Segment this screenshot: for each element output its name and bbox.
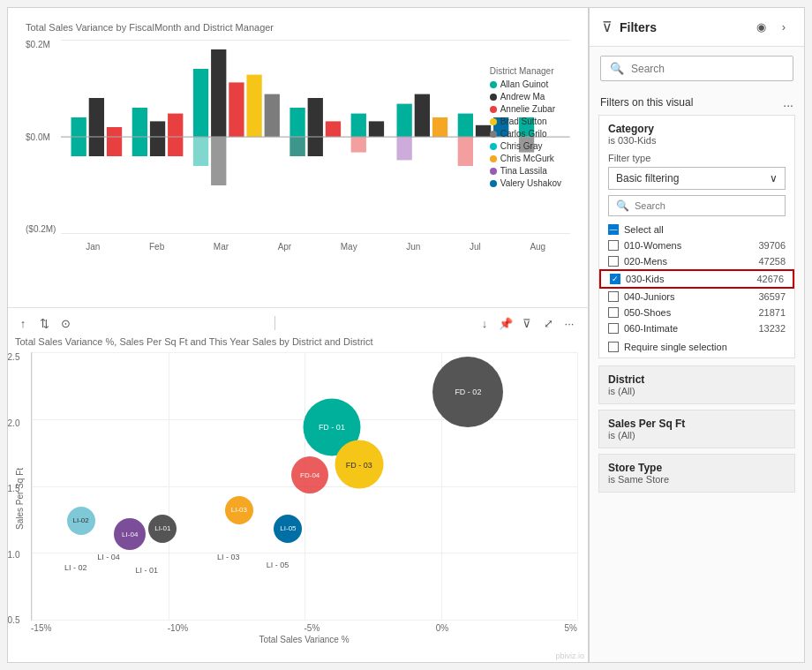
checkbox-040-juniors[interactable] <box>608 291 619 302</box>
checkbox-060-intimate[interactable] <box>608 323 619 334</box>
filter-search-box[interactable]: 🔍 <box>608 195 786 216</box>
top-chart-title: Total Sales Variance by FiscalMonth and … <box>26 22 570 33</box>
checkbox-030-kids[interactable] <box>610 274 620 284</box>
svg-rect-21 <box>415 94 430 137</box>
svg-rect-1 <box>89 98 104 156</box>
filter-type-dropdown[interactable]: Basic filtering ∨ <box>608 167 786 190</box>
bubble-label-li03: LI - 03 <box>217 553 240 561</box>
up-arrow-icon[interactable]: ↑ <box>15 315 31 331</box>
sales-per-sqft-filter-card[interactable]: Sales Per Sq Ft is (All) <box>598 410 795 448</box>
svg-rect-7 <box>212 49 227 137</box>
bubble-li02[interactable]: LI-02 <box>67 507 95 535</box>
store-type-filter-card[interactable]: Store Type is Same Store <box>598 454 795 493</box>
top-bar-chart: Total Sales Variance by FiscalMonth and … <box>8 8 588 308</box>
svg-rect-20 <box>397 104 412 137</box>
x-axis-labels: JanFebMarApr MayJunJulAug <box>61 242 570 252</box>
bubble-li04[interactable]: LI-04 <box>114 518 146 550</box>
bottom-chart-toolbar: ↑ ⇅ ⊙ ↓ 📌 ⊽ ⤢ ··· <box>15 315 577 331</box>
require-single-row: Require single selection <box>599 336 794 358</box>
bottom-chart-title: Total Sales Variance %, Sales Per Sq Ft … <box>15 336 577 347</box>
filter-search-input[interactable] <box>635 200 778 211</box>
y-ticks: $2.5$2.0$1.5$1.0$0.5 <box>8 352 19 625</box>
svg-rect-9 <box>247 75 262 137</box>
svg-rect-11 <box>193 137 208 166</box>
bubble-label-li01: LI - 01 <box>135 566 158 575</box>
pin-icon[interactable]: 📌 <box>498 315 514 331</box>
double-arrow-icon[interactable]: ⇅ <box>36 315 52 331</box>
require-single-label: Require single selection <box>624 342 727 352</box>
target-icon[interactable]: ⊙ <box>57 315 73 331</box>
filter-type-value: Basic filtering <box>616 172 679 184</box>
svg-rect-22 <box>432 117 447 137</box>
svg-rect-18 <box>369 121 384 137</box>
filter-item-010-womens[interactable]: 010-Womens 39706 <box>599 237 794 253</box>
category-filter-name: Category <box>608 123 786 135</box>
svg-rect-6 <box>193 69 208 137</box>
svg-rect-12 <box>212 137 227 185</box>
checkbox-020-mens[interactable] <box>608 256 619 267</box>
global-search-box[interactable]: 🔍 <box>600 56 793 81</box>
filters-scroll-area: Filters on this visual ... Category is 0… <box>590 90 804 662</box>
bubble-fd03[interactable]: FD - 03 <box>335 440 383 489</box>
legend-item: Carlos Grilo <box>490 129 561 139</box>
svg-rect-10 <box>265 94 280 137</box>
svg-rect-23 <box>397 137 412 160</box>
district-filter-value: is (All) <box>608 386 786 396</box>
svg-rect-3 <box>132 108 147 156</box>
filter-icon[interactable]: ⊽ <box>519 315 535 331</box>
svg-rect-27 <box>458 137 473 166</box>
sales-sqft-filter-value: is (All) <box>608 430 786 440</box>
svg-rect-15 <box>326 121 341 137</box>
svg-rect-17 <box>351 114 366 137</box>
watermark: pbiviz.io <box>555 651 584 660</box>
filter-item-040-juniors[interactable]: 040-Juniors 36597 <box>599 289 794 305</box>
bottom-scatter-chart: ↑ ⇅ ⊙ ↓ 📌 ⊽ ⤢ ··· Total Sales Variance %… <box>8 308 588 662</box>
scatter-container: Sales Per Sq Ft $2.5$2.0$1.5$1.0$0.5 <box>15 352 577 644</box>
svg-rect-24 <box>458 114 473 137</box>
bubble-fd02[interactable]: FD - 02 <box>432 357 503 427</box>
chart-legend: District Manager Allan Guinot Andrew Ma … <box>490 66 561 191</box>
sales-sqft-filter-name: Sales Per Sq Ft <box>608 418 786 430</box>
funnel-icon: ⊽ <box>602 19 613 35</box>
bubble-li03[interactable]: LI-03 <box>225 496 253 524</box>
filter-item-050-shoes[interactable]: 050-Shoes 21871 <box>599 305 794 320</box>
filter-search-icon: 🔍 <box>616 199 629 212</box>
filters-title: Filters <box>620 20 657 34</box>
bubble-li05[interactable]: LI-05 <box>274 515 302 543</box>
svg-rect-5 <box>169 114 184 156</box>
more-icon[interactable]: ··· <box>561 315 577 331</box>
search-icon: 🔍 <box>610 62 624 75</box>
legend-item: Chris Gray <box>490 141 561 151</box>
category-filter-card: Category is 030-Kids Filter type Basic f… <box>598 115 795 358</box>
bubble-label-li04: LI - 04 <box>97 553 120 561</box>
global-search-input[interactable] <box>631 63 784 75</box>
bubble-fd04[interactable]: FD-04 <box>291 456 328 493</box>
checkbox-050-shoes[interactable] <box>608 307 619 318</box>
chevron-right-icon[interactable]: › <box>776 19 792 35</box>
filters-header: ⊽ Filters ◉ › <box>590 8 804 47</box>
select-all-item[interactable]: Select all <box>599 222 794 237</box>
district-filter-card[interactable]: District is (All) <box>598 365 795 404</box>
expand-icon[interactable]: ⤢ <box>540 315 556 331</box>
filter-item-060-intimate[interactable]: 060-Intimate 13232 <box>599 320 794 336</box>
bubble-li01[interactable]: LI-01 <box>148 515 177 543</box>
chevron-down-icon: ∨ <box>770 172 778 184</box>
download-icon[interactable]: ↓ <box>477 315 492 331</box>
district-filter-name: District <box>608 373 786 386</box>
svg-rect-4 <box>150 121 165 156</box>
more-options-icon[interactable]: ... <box>783 95 793 109</box>
filters-section-label: Filters on this visual <box>600 96 693 109</box>
filter-item-030-kids[interactable]: 030-Kids 42676 <box>599 269 794 289</box>
filter-item-020-mens[interactable]: 020-Mens 47258 <box>599 253 794 269</box>
legend-item: Annelie Zubar <box>490 104 561 114</box>
require-single-checkbox[interactable] <box>608 342 619 352</box>
select-all-checkbox[interactable] <box>608 224 619 235</box>
svg-rect-14 <box>308 98 323 156</box>
y-axis-labels: $0.2M $0.0M ($0.2M) <box>26 40 56 252</box>
checkbox-010-womens[interactable] <box>608 240 619 251</box>
x-axis-title: Total Sales Variance % <box>31 635 577 644</box>
bubble-label-li05: LI - 05 <box>267 561 289 569</box>
legend-item: Valery Ushakov <box>490 178 561 188</box>
legend-item: Andrew Ma <box>490 92 561 102</box>
eye-icon[interactable]: ◉ <box>753 19 769 35</box>
